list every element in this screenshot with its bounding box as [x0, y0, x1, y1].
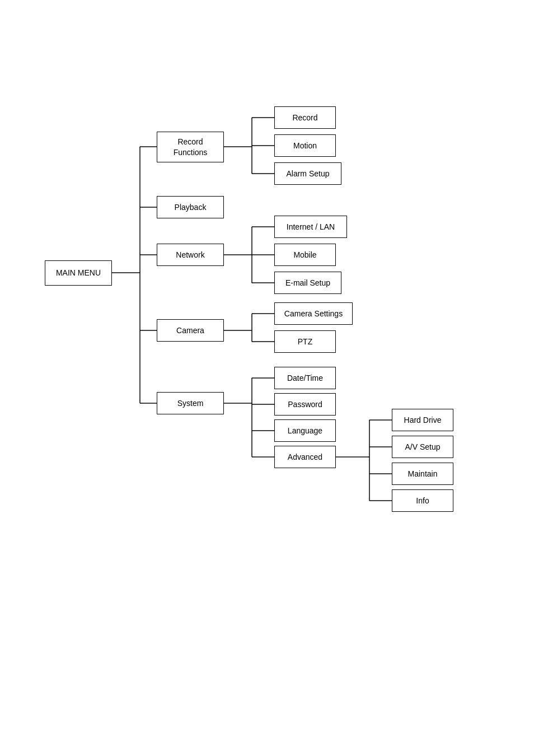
menu-diagram: MAIN MENU Record Functions Playback Netw…	[34, 45, 515, 549]
playback-node: Playback	[157, 196, 224, 218]
internet-lan-node: Internet / LAN	[274, 216, 347, 238]
password-node: Password	[274, 393, 336, 416]
camera-node: Camera	[157, 319, 224, 342]
mobile-node: Mobile	[274, 244, 336, 266]
motion-node: Motion	[274, 134, 336, 157]
maintain-node: Maintain	[392, 463, 453, 485]
av-setup-node: A/V Setup	[392, 436, 453, 458]
datetime-node: Date/Time	[274, 367, 336, 389]
camera-settings-node: Camera Settings	[274, 302, 353, 325]
language-node: Language	[274, 419, 336, 442]
alarm-setup-node: Alarm Setup	[274, 162, 341, 185]
ptz-node: PTZ	[274, 330, 336, 353]
record-functions-node: Record Functions	[157, 132, 224, 162]
record-node: Record	[274, 106, 336, 129]
main-menu-node: MAIN MENU	[45, 260, 112, 286]
system-node: System	[157, 392, 224, 414]
network-node: Network	[157, 244, 224, 266]
info-node: Info	[392, 489, 453, 512]
hard-drive-node: Hard Drive	[392, 409, 453, 431]
advanced-node: Advanced	[274, 446, 336, 468]
email-setup-node: E-mail Setup	[274, 272, 341, 294]
